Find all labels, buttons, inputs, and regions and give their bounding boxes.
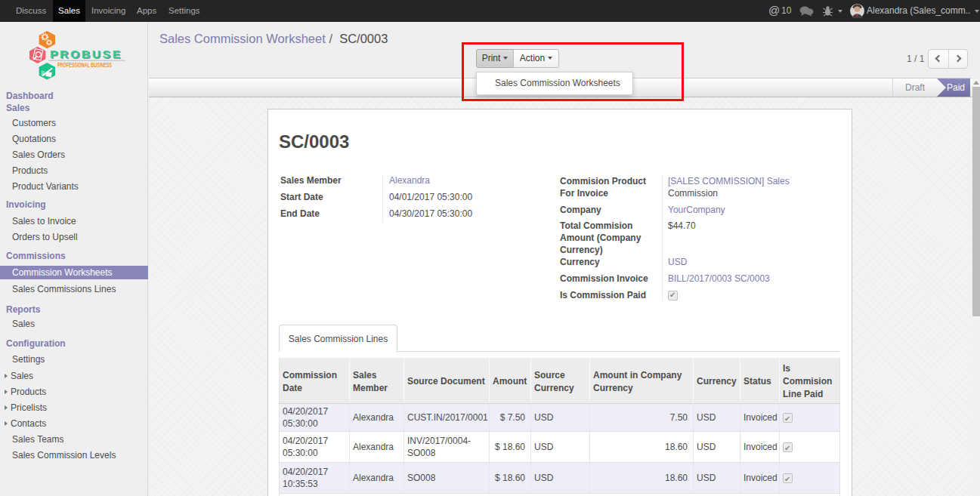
svg-text:PROBUSE: PROBUSE xyxy=(50,48,120,60)
svg-text:PROFESSIONAL BUSINESS: PROFESSIONAL BUSINESS xyxy=(57,62,112,69)
